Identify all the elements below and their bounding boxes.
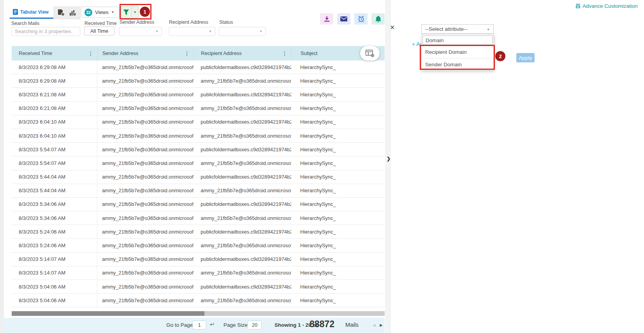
select-attribute-value: --Select attribute-- (425, 26, 487, 32)
select-attribute-dropdown[interactable]: --Select attribute-- (421, 24, 494, 34)
filter-funnel-button[interactable] (121, 6, 132, 18)
tab-tabular-view[interactable]: Tabular View (10, 6, 53, 19)
bell-icon (375, 16, 381, 22)
chevron-down-icon (259, 30, 262, 33)
prev-page-button[interactable] (372, 322, 377, 328)
attribute-option[interactable]: Sender Domain (422, 58, 493, 70)
alerts-button[interactable] (371, 13, 385, 25)
table-row[interactable]: 8/3/2023 5:34:06 AM ammy_21fb5b7e@o365dr… (12, 211, 385, 225)
cell-sender-address: ammy_21fb5b7e@o365droid.onmicrosoft.... (97, 239, 194, 252)
sender-address-select[interactable] (119, 27, 162, 36)
total-mails-count: 88872 (310, 319, 334, 329)
panel-expand-chevron-icon[interactable] (387, 156, 391, 161)
cell-received-time: 8/3/2023 5:14:07 AM (12, 266, 97, 280)
cell-recipient-address: publicfoldermailboxes.c9d3289421974b24..… (194, 115, 291, 129)
table-row[interactable]: 8/3/2023 6:21:08 AM ammy_21fb5b7e@o365dr… (12, 102, 385, 115)
table-row[interactable]: 8/3/2023 5:04:06 AM ammy_21fb5b7e@o365dr… (12, 294, 385, 307)
advance-customization-link[interactable]: Advance Customization (575, 3, 638, 9)
cell-subject: HierarchySync_ (291, 88, 385, 101)
scrollbar-thumb[interactable] (12, 311, 204, 316)
column-settings-button[interactable] (360, 46, 380, 60)
cell-sender-address: ammy_21fb5b7e@o365droid.onmicrosoft.... (97, 294, 194, 307)
received-time-button[interactable]: All Time (84, 27, 114, 35)
table-row[interactable]: 8/3/2023 5:54:07 AM ammy_21fb5b7e@o365dr… (12, 156, 385, 170)
cell-sender-address: ammy_21fb5b7e@o365droid.onmicrosoft.... (97, 143, 194, 156)
attribute-options: Recipient DomainSender Domain (422, 46, 493, 70)
cell-subject: HierarchySync_ (291, 239, 385, 252)
page-size-input[interactable] (248, 321, 262, 329)
apply-button[interactable]: Apply (516, 53, 535, 62)
annotation-step-badge-2: 2 (495, 51, 505, 61)
views-count-badge: 32 (84, 9, 92, 16)
cell-subject: HierarchySync_ (291, 102, 385, 115)
table-row[interactable]: 8/3/2023 5:14:07 AM ammy_21fb5b7e@o365dr… (12, 266, 385, 280)
cell-sender-address: ammy_21fb5b7e@o365droid.onmicrosoft.... (97, 88, 194, 101)
column-menu-icon[interactable] (88, 51, 93, 56)
cell-recipient-address: ammy_21fb5b7e@o365droid.onmicrosoft.... (194, 211, 291, 225)
cell-subject: HierarchySync_ (291, 184, 385, 197)
next-page-button[interactable] (379, 322, 384, 328)
column-menu-icon[interactable] (282, 51, 287, 56)
attribute-search-input[interactable] (422, 35, 493, 45)
received-time-label: Received Time (84, 21, 117, 26)
search-mails-label: Search Mails (11, 21, 39, 26)
file-clock-icon[interactable] (58, 9, 65, 16)
cell-recipient-address: publicfoldermailboxes.c9d3289421974b24..… (194, 198, 291, 211)
horizontal-scrollbar[interactable] (12, 311, 385, 316)
cell-subject: HierarchySync_ (291, 198, 385, 211)
recipient-address-select[interactable] (169, 27, 215, 36)
table-row[interactable]: 8/3/2023 5:34:06 AM ammy_21fb5b7e@o365dr… (12, 198, 385, 211)
cell-recipient-address: publicfoldermailboxes.c9d3289421974b24..… (194, 60, 291, 74)
cell-sender-address: ammy_21fb5b7e@o365droid.onmicrosoft.... (97, 225, 194, 238)
goto-page-label: Go to Page (166, 322, 193, 328)
column-label: Subject (301, 50, 317, 56)
search-mails-input[interactable] (11, 27, 80, 36)
download-button[interactable] (320, 13, 333, 25)
column-label: Received Time (19, 50, 52, 56)
column-header-sender-address[interactable]: Sender Address (97, 46, 194, 60)
attribute-option[interactable]: Recipient Domain (422, 46, 493, 58)
left-edge-strip (0, 0, 4, 333)
views-button[interactable]: 32 Views (81, 7, 119, 18)
cell-sender-address: ammy_21fb5b7e@o365droid.onmicrosoft.... (97, 266, 194, 280)
schedule-button[interactable] (354, 13, 368, 25)
cell-subject: HierarchySync_ (291, 170, 385, 184)
column-header-received-time[interactable]: Received Time (12, 46, 97, 60)
cell-subject: HierarchySync_ (291, 266, 385, 280)
cell-sender-address: ammy_21fb5b7e@o365droid.onmicrosoft.... (97, 198, 194, 211)
table-row[interactable]: 8/3/2023 5:04:06 AM ammy_21fb5b7e@o365dr… (12, 280, 385, 294)
filter-dropdown-button[interactable] (132, 6, 138, 18)
cell-received-time: 8/3/2023 5:24:06 AM (12, 225, 97, 238)
table-row[interactable]: 8/3/2023 5:24:06 AM ammy_21fb5b7e@o365dr… (12, 239, 385, 252)
table-row[interactable]: 8/3/2023 5:14:07 AM ammy_21fb5b7e@o365dr… (12, 253, 385, 266)
email-button[interactable] (337, 13, 350, 25)
table-row[interactable]: 8/3/2023 5:44:04 AM ammy_21fb5b7e@o365dr… (12, 170, 385, 184)
mails-label: Mails (345, 322, 359, 328)
recipient-address-label: Recipient Address (169, 19, 208, 25)
goto-page-input[interactable] (192, 321, 206, 329)
table-row[interactable]: 8/3/2023 5:44:04 AM ammy_21fb5b7e@o365dr… (12, 184, 385, 198)
chart-clock-icon[interactable] (69, 9, 76, 16)
sender-address-label: Sender Address (120, 19, 154, 25)
alarm-clock-icon (358, 16, 364, 22)
mail-table: Received Time Sender Address Recipient A… (12, 46, 385, 308)
cell-recipient-address: ammy_21fb5b7e@o365droid.onmicrosoft.... (194, 156, 291, 170)
column-header-recipient-address[interactable]: Recipient Address (194, 46, 291, 60)
cell-received-time: 8/3/2023 6:04:10 AM (12, 129, 97, 142)
advance-customization-label: Advance Customization (582, 3, 638, 9)
column-menu-icon[interactable] (184, 51, 190, 56)
cell-recipient-address: ammy_21fb5b7e@o365droid.onmicrosoft.... (194, 102, 291, 115)
table-row[interactable]: 8/3/2023 6:04:10 AM ammy_21fb5b7e@o365dr… (12, 129, 385, 143)
table-row[interactable]: 8/3/2023 6:04:10 AM ammy_21fb5b7e@o365dr… (12, 115, 385, 129)
table-row[interactable]: 8/3/2023 6:29:08 AM ammy_21fb5b7e@o365dr… (12, 60, 385, 74)
close-icon[interactable] (390, 24, 395, 31)
table-row[interactable]: 8/3/2023 6:21:08 AM ammy_21fb5b7e@o365dr… (12, 88, 385, 101)
cell-received-time: 8/3/2023 6:29:08 AM (12, 74, 97, 87)
table-row[interactable]: 8/3/2023 5:54:07 AM ammy_21fb5b7e@o365dr… (12, 143, 385, 156)
cell-sender-address: ammy_21fb5b7e@o365droid.onmicrosoft.... (97, 184, 194, 197)
sliders-icon (575, 4, 581, 9)
status-select[interactable] (219, 27, 266, 36)
cell-subject: HierarchySync_ (291, 211, 385, 225)
table-row[interactable]: 8/3/2023 6:29:08 AM ammy_21fb5b7e@o365dr… (12, 74, 385, 88)
table-row[interactable]: 8/3/2023 5:24:06 AM ammy_21fb5b7e@o365dr… (12, 225, 385, 239)
